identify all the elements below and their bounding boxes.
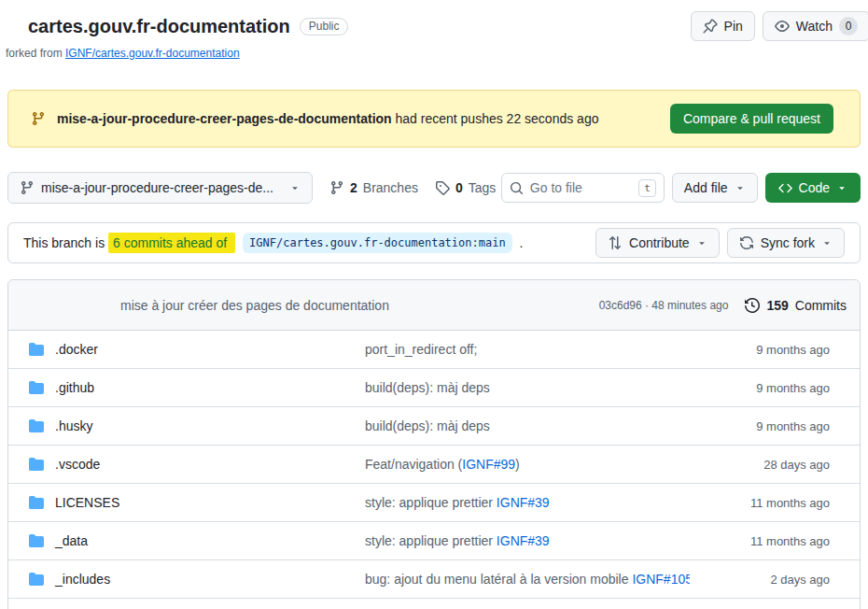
repo-header: cartes.gouv.fr-documentation Public Pin … <box>0 0 868 41</box>
add-file-label: Add file <box>684 180 728 195</box>
commit-message-cell: Feat/navigation (IGNF#99) <box>365 457 690 472</box>
commit-message-link[interactable]: IGNF#105 <box>632 572 690 587</box>
commit-history-link[interactable]: 159 Commits <box>745 298 847 313</box>
file-name-link[interactable]: .vscode <box>55 457 100 472</box>
commit-date: 9 months ago <box>690 381 830 395</box>
history-icon <box>745 298 760 313</box>
chevron-down-icon <box>821 237 833 248</box>
recent-push-banner: mise-a-jour-procedure-creer-pages-de-doc… <box>7 90 861 148</box>
commit-message-cell: style: applique prettier IGNF#39 <box>365 533 690 548</box>
file-name-link[interactable]: _includes <box>55 572 110 587</box>
commit-message-cell: style: applique prettier IGNF#39 <box>365 495 690 510</box>
commit-date: 9 months ago <box>690 343 830 357</box>
file-name-cell: .vscode <box>29 457 365 472</box>
push-banner-text: mise-a-jour-procedure-creer-pages-de-doc… <box>57 111 598 126</box>
commits-ahead-highlight: 6 commits ahead of <box>108 233 235 253</box>
branch-status-bar: This branch is 6 commits ahead of IGNF/c… <box>7 222 861 263</box>
file-name-link[interactable]: _data <box>55 533 88 548</box>
table-row: _data style: applique prettier IGNF#39 1… <box>8 522 860 560</box>
code-button-label: Code <box>799 180 830 195</box>
git-branch-icon <box>20 180 35 195</box>
file-name-cell: .github <box>29 380 365 395</box>
file-name-cell: .docker <box>29 342 365 357</box>
pin-icon <box>703 19 718 34</box>
folder-icon <box>29 380 44 395</box>
branch-status-prefix: This branch is <box>23 235 108 250</box>
commits-label: Commits <box>795 298 847 313</box>
upstream-ref-chip[interactable]: IGNF/cartes.gouv.fr-documentation:main <box>243 233 512 253</box>
code-button[interactable]: Code <box>765 173 861 203</box>
folder-icon <box>29 572 44 587</box>
file-name-cell: .husky <box>29 418 365 433</box>
chevron-down-icon <box>836 182 847 193</box>
file-name-link[interactable]: LICENSES <box>55 495 119 510</box>
repo-toolbar: mise-a-jour-procedure-creer-pages-de... … <box>7 172 861 204</box>
contribute-button[interactable]: Contribute <box>595 228 720 258</box>
file-name-cell: _data <box>29 533 365 548</box>
commit-message-cell: bug: ajout du menu latéral à la version … <box>365 572 690 587</box>
table-row-partial <box>8 599 860 609</box>
forked-from-line: forked from IGNF/cartes.gouv.fr-document… <box>0 41 868 60</box>
go-to-file-input[interactable] <box>530 180 632 195</box>
folder-icon <box>29 533 44 548</box>
file-name-cell: _includes <box>29 572 365 587</box>
chevron-down-icon <box>696 237 707 248</box>
pin-button-label: Pin <box>724 19 743 34</box>
watch-button-label: Watch <box>796 19 833 34</box>
compare-pull-request-button[interactable]: Compare & pull request <box>670 104 833 134</box>
go-to-file-box: t <box>501 173 665 203</box>
contribute-label: Contribute <box>629 235 690 250</box>
latest-commit-message[interactable]: mise à jour créer des pages de documenta… <box>120 298 389 313</box>
commit-date: 11 months ago <box>690 496 830 510</box>
commit-message-link[interactable]: IGNF#39 <box>497 533 550 548</box>
branch-selector[interactable]: mise-a-jour-procedure-creer-pages-de... <box>7 172 313 204</box>
branches-label: Branches <box>363 180 418 195</box>
watch-button[interactable]: Watch 0 <box>763 11 868 41</box>
tags-count: 0 <box>455 180 463 195</box>
header-actions: Pin Watch 0 <box>691 11 868 41</box>
commit-sha-and-time[interactable]: 03c6d96 · 48 minutes ago <box>599 299 729 312</box>
push-banner-message: had recent pushes 22 seconds ago <box>392 111 599 126</box>
commit-message-link[interactable]: IGNF#99 <box>462 457 515 472</box>
file-name-link[interactable]: .husky <box>55 418 92 433</box>
commit-message-text: bug: ajout du menu latéral à la version … <box>365 572 632 587</box>
commit-message-suffix: ) <box>515 457 520 472</box>
branch-status-text: This branch is 6 commits ahead of IGNF/c… <box>23 233 523 253</box>
branch-status-suffix: . <box>516 235 524 250</box>
tags-label: Tags <box>469 180 497 195</box>
search-icon <box>510 181 524 195</box>
tag-icon <box>435 180 450 195</box>
table-row: .github build(deps): màj deps 9 months a… <box>8 369 860 407</box>
commit-message-link[interactable]: IGNF#39 <box>497 495 550 510</box>
sync-fork-button[interactable]: Sync fork <box>727 228 845 258</box>
contribute-arrows-icon <box>608 235 623 250</box>
branch-status-actions: Contribute Sync fork <box>595 228 845 258</box>
branches-link[interactable]: 2 Branches <box>329 180 418 195</box>
repo-title-link[interactable]: cartes.gouv.fr-documentation <box>28 16 290 37</box>
latest-commit-meta: 03c6d96 · 48 minutes ago 159 Commits <box>599 298 847 313</box>
code-icon <box>778 181 792 195</box>
latest-commit-bar: mise à jour créer des pages de documenta… <box>8 280 860 331</box>
file-name-link[interactable]: .github <box>55 380 94 395</box>
table-row: LICENSES style: applique prettier IGNF#3… <box>8 484 860 522</box>
file-table: mise à jour créer des pages de documenta… <box>7 279 861 609</box>
pin-button[interactable]: Pin <box>691 11 755 41</box>
git-branch-icon <box>329 180 344 195</box>
folder-icon <box>29 495 44 510</box>
commit-message-cell: build(deps): màj deps <box>365 380 690 395</box>
commit-date: 2 days ago <box>690 573 830 587</box>
repo-meta-links: 2 Branches 0 Tags <box>329 180 496 195</box>
commit-message-text: style: applique prettier <box>365 495 497 510</box>
commit-message-text: style: applique prettier <box>365 533 497 548</box>
sync-icon <box>739 235 754 250</box>
file-name-link[interactable]: .docker <box>55 342 98 357</box>
add-file-button[interactable]: Add file <box>672 173 758 203</box>
shortcut-key-hint: t <box>638 179 656 197</box>
commit-message-cell: build(deps): màj deps <box>365 418 690 433</box>
forked-from-link[interactable]: IGNF/cartes.gouv.fr-documentation <box>65 47 240 60</box>
commit-message-text: build(deps): màj deps <box>365 418 490 433</box>
commit-date: 28 days ago <box>690 458 830 472</box>
tags-link[interactable]: 0 Tags <box>435 180 496 195</box>
commits-count: 159 <box>766 298 788 313</box>
commit-message-cell: port_in_redirect off; <box>365 342 690 357</box>
